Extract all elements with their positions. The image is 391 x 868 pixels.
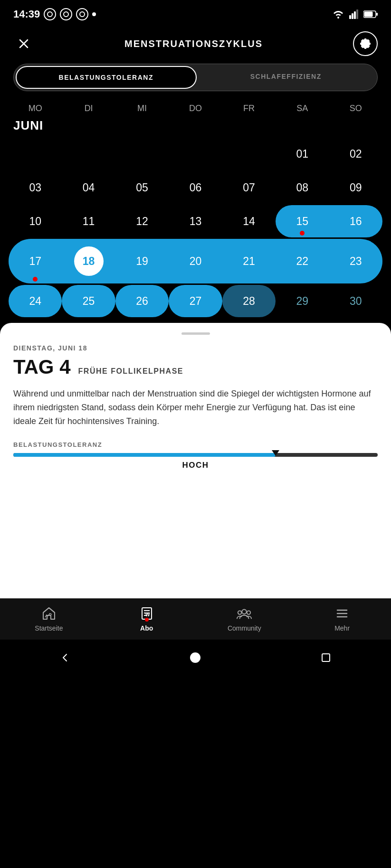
progress-bar-fill [13,453,276,457]
weekday-so: SO [329,101,382,116]
nav-community-label: Community [228,624,261,632]
cal-day-12[interactable]: 12 [115,205,169,237]
svg-text:W: W [145,612,150,617]
cal-day-24[interactable]: 24 [9,285,62,317]
cal-day-22[interactable]: 22 [276,239,329,283]
cal-day-empty[interactable] [222,138,276,170]
svg-rect-1 [352,13,353,19]
battery-icon [363,10,378,18]
app-icon-1 [44,8,56,20]
home-button[interactable] [186,648,205,667]
cal-day-20[interactable]: 20 [169,239,222,283]
nav-community[interactable]: Community [196,605,294,632]
nav-startseite-label: Startseite [35,624,63,632]
calendar-week-5: 24 25 26 27 28 29 30 [9,285,382,317]
calendar-week-4: 17 18 19 20 21 22 23 [9,239,382,283]
cal-day-28[interactable]: 28 [222,285,276,317]
cal-day-empty[interactable] [62,138,115,170]
cal-day-10[interactable]: 10 [9,205,62,237]
belastungstoleranz-tab[interactable]: BELASTUNGSTOLERANZ [16,66,197,89]
cal-day-04[interactable]: 04 [62,171,115,204]
cal-day-08[interactable]: 08 [276,171,329,204]
cal-day-16[interactable]: 16 [329,205,382,237]
day-heading: TAG 4 FRÜHE FOLLIKELPHASE [13,356,378,378]
cal-day-01[interactable]: 01 [276,138,329,170]
back-button[interactable] [56,648,75,667]
drag-handle[interactable] [181,332,210,335]
description-text: Während und unmittelbar nach der Menstru… [13,387,378,428]
svg-rect-5 [364,12,373,17]
cal-day-02[interactable]: 02 [329,138,382,170]
svg-point-16 [247,611,251,614]
cal-day-06[interactable]: 06 [169,171,222,204]
cal-day-09[interactable]: 09 [329,171,382,204]
wifi-icon [332,9,344,19]
weekday-di: DI [62,101,115,116]
nav-mehr[interactable]: Mehr [293,605,391,632]
cal-day-18-selected[interactable]: 18 [62,239,115,283]
cal-day-14[interactable]: 14 [222,205,276,237]
cal-day-15[interactable]: 15 [276,205,329,237]
cal-day-17[interactable]: 17 [9,239,62,283]
cal-day-empty[interactable] [115,138,169,170]
cal-day-26[interactable]: 26 [115,285,169,317]
progress-bar [13,453,378,457]
home-icon [41,605,57,622]
cal-day-19[interactable]: 19 [115,239,169,283]
abo-dot [145,618,149,622]
community-icon [236,605,252,622]
settings-button[interactable] [353,31,378,56]
recents-button[interactable] [316,648,335,667]
day-tag-number: TAG 4 [13,356,71,378]
cal-day-07[interactable]: 07 [222,171,276,204]
detail-panel: DIENSTAG, JUNI 18 TAG 4 FRÜHE FOLLIKELPH… [0,323,391,598]
svg-rect-6 [376,13,378,16]
weekday-fr: FR [222,101,276,116]
weekday-do: DO [169,101,222,116]
cal-day-29[interactable]: 29 [276,285,329,317]
progress-marker [272,450,279,456]
gear-icon [359,38,372,50]
nav-startseite[interactable]: Startseite [0,605,98,632]
calendar-week-2: 03 04 05 06 07 08 09 [9,171,382,204]
calendar-week-1: 01 02 [9,138,382,170]
notification-dot [92,12,96,16]
cal-day-25[interactable]: 25 [62,285,115,317]
system-navigation [0,640,391,679]
cal-day-empty[interactable] [9,138,62,170]
app-header: MENSTRUATIONSZYKLUS [0,27,391,64]
schlafeffizienz-tab[interactable]: SCHLAFEFFIZIENZ [197,66,376,89]
tolerance-label: BELASTUNGSTOLERANZ [13,441,378,448]
cal-day-23[interactable]: 23 [329,239,382,283]
nav-mehr-label: Mehr [334,624,350,632]
status-bar: 14:39 [0,0,391,27]
weekday-mo: MO [9,101,62,116]
cal-day-05[interactable]: 05 [115,171,169,204]
weekday-header: MO DI MI DO FR SA SO [9,101,382,116]
cal-day-03[interactable]: 03 [9,171,62,204]
cal-day-27[interactable]: 27 [169,285,222,317]
svg-rect-2 [354,11,356,19]
cal-day-empty[interactable] [169,138,222,170]
menstruation-dot-17 [33,277,38,282]
cal-day-30[interactable]: 30 [329,285,382,317]
nav-abo[interactable]: W Abo [98,605,196,632]
view-toggle: BELASTUNGSTOLERANZ SCHLAFEFFIZIENZ [13,64,378,91]
bottom-navigation: Startseite W Abo [0,598,391,640]
app-icon-2 [60,8,72,20]
abo-icon: W [139,605,155,622]
phase-label: FRÜHE FOLLIKELPHASE [78,367,183,376]
menu-icon [334,605,350,622]
cal-day-11[interactable]: 11 [62,205,115,237]
close-button[interactable] [13,33,34,54]
nav-abo-label: Abo [140,624,153,632]
menstruation-dot-15 [300,231,305,236]
status-time: 14:39 [13,8,40,20]
page-title: MENSTRUATIONSZYKLUS [124,38,263,49]
svg-rect-3 [356,9,358,19]
svg-rect-0 [349,15,351,19]
calendar: MO DI MI DO FR SA SO JUNI 01 02 03 04 05… [0,101,391,317]
cal-day-21[interactable]: 21 [222,239,276,283]
month-label: JUNI [9,118,382,138]
cal-day-13[interactable]: 13 [169,205,222,237]
